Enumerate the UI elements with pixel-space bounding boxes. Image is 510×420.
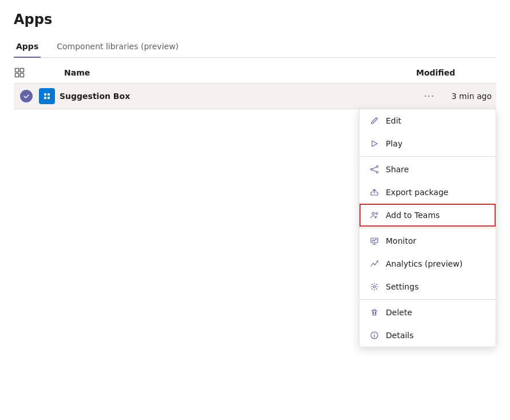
header-name: Name [64,68,416,77]
details-icon [369,330,380,341]
row-check[interactable] [14,90,39,102]
svg-point-12 [374,333,375,334]
tab-apps[interactable]: Apps [14,37,41,58]
menu-item-details[interactable]: Details [359,324,496,347]
menu-item-settings[interactable]: Settings [359,275,496,298]
apps-table: Name Modified Suggestion Box ··· 3 min a… [0,62,510,109]
menu-item-export-package[interactable]: Export package [359,181,496,204]
menu-item-add-to-teams[interactable]: Add to Teams [359,204,496,227]
monitor-icon [369,235,380,247]
menu-item-share[interactable]: Share [359,158,496,181]
play-icon [369,138,380,149]
context-menu: Edit Play [359,109,496,347]
teams-icon [369,209,380,221]
analytics-icon [369,258,380,270]
menu-item-analytics[interactable]: Analytics (preview) [359,252,496,275]
table-row: Suggestion Box ··· 3 min ago Edit Pl [14,84,496,109]
menu-divider-2 [359,228,496,228]
svg-rect-3 [20,73,23,77]
svg-rect-0 [15,69,19,72]
selected-indicator [20,90,33,102]
page-header: Apps Apps Component libraries (preview) [0,0,510,58]
svg-point-4 [377,166,378,168]
share-icon [369,164,380,175]
menu-divider-1 [359,156,496,157]
modified-time: 3 min ago [439,92,496,101]
svg-point-5 [377,172,378,173]
tabs-bar: Apps Component libraries (preview) [14,37,496,58]
menu-item-monitor[interactable]: Monitor [359,229,496,252]
header-modified: Modified [416,68,496,77]
menu-item-delete[interactable]: Delete [359,301,496,324]
svg-rect-2 [15,73,19,77]
menu-divider-3 [359,299,496,300]
export-icon [369,187,380,198]
menu-item-play[interactable]: Play [359,132,496,155]
app-name: Suggestion Box [60,92,420,101]
app-icon [39,88,55,104]
svg-point-10 [373,286,375,288]
header-check [14,67,39,78]
svg-point-7 [372,212,374,215]
settings-icon [369,281,380,292]
edit-icon [369,115,380,126]
table-header: Name Modified [14,62,496,84]
grid-icon [14,67,25,78]
menu-item-edit[interactable]: Edit [359,109,496,132]
page-title: Apps [14,11,496,27]
delete-icon [369,307,380,318]
svg-point-8 [376,213,378,215]
svg-rect-1 [20,69,23,72]
svg-point-6 [371,169,373,171]
tab-component-libraries[interactable]: Component libraries (preview) [54,37,181,58]
more-options-button[interactable]: ··· [420,89,439,104]
